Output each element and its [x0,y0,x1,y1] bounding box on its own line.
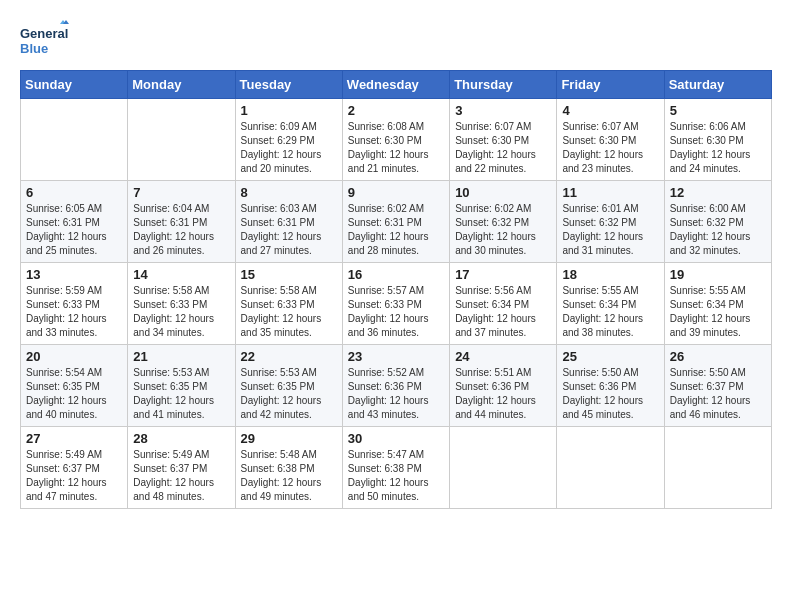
svg-text:General: General [20,26,68,41]
day-detail: Sunrise: 5:51 AM Sunset: 6:36 PM Dayligh… [455,366,551,422]
calendar-cell: 27Sunrise: 5:49 AM Sunset: 6:37 PM Dayli… [21,427,128,509]
calendar-cell: 6Sunrise: 6:05 AM Sunset: 6:31 PM Daylig… [21,181,128,263]
day-detail: Sunrise: 6:00 AM Sunset: 6:32 PM Dayligh… [670,202,766,258]
day-detail: Sunrise: 5:50 AM Sunset: 6:37 PM Dayligh… [670,366,766,422]
day-number: 27 [26,431,122,446]
calendar-cell: 10Sunrise: 6:02 AM Sunset: 6:32 PM Dayli… [450,181,557,263]
day-number: 26 [670,349,766,364]
day-detail: Sunrise: 5:49 AM Sunset: 6:37 PM Dayligh… [26,448,122,504]
day-number: 7 [133,185,229,200]
day-detail: Sunrise: 6:04 AM Sunset: 6:31 PM Dayligh… [133,202,229,258]
day-number: 22 [241,349,337,364]
day-detail: Sunrise: 5:53 AM Sunset: 6:35 PM Dayligh… [133,366,229,422]
calendar-cell [664,427,771,509]
day-detail: Sunrise: 6:06 AM Sunset: 6:30 PM Dayligh… [670,120,766,176]
day-detail: Sunrise: 5:48 AM Sunset: 6:38 PM Dayligh… [241,448,337,504]
weekday-header-monday: Monday [128,71,235,99]
day-detail: Sunrise: 6:02 AM Sunset: 6:31 PM Dayligh… [348,202,444,258]
day-number: 21 [133,349,229,364]
day-detail: Sunrise: 5:59 AM Sunset: 6:33 PM Dayligh… [26,284,122,340]
day-detail: Sunrise: 5:58 AM Sunset: 6:33 PM Dayligh… [241,284,337,340]
calendar-cell [128,99,235,181]
day-detail: Sunrise: 5:57 AM Sunset: 6:33 PM Dayligh… [348,284,444,340]
day-number: 23 [348,349,444,364]
day-detail: Sunrise: 6:03 AM Sunset: 6:31 PM Dayligh… [241,202,337,258]
calendar-cell: 23Sunrise: 5:52 AM Sunset: 6:36 PM Dayli… [342,345,449,427]
day-detail: Sunrise: 5:58 AM Sunset: 6:33 PM Dayligh… [133,284,229,340]
calendar-cell: 18Sunrise: 5:55 AM Sunset: 6:34 PM Dayli… [557,263,664,345]
day-number: 20 [26,349,122,364]
day-detail: Sunrise: 6:09 AM Sunset: 6:29 PM Dayligh… [241,120,337,176]
calendar-cell: 14Sunrise: 5:58 AM Sunset: 6:33 PM Dayli… [128,263,235,345]
calendar-week-2: 6Sunrise: 6:05 AM Sunset: 6:31 PM Daylig… [21,181,772,263]
day-detail: Sunrise: 6:07 AM Sunset: 6:30 PM Dayligh… [562,120,658,176]
weekday-header-tuesday: Tuesday [235,71,342,99]
calendar-cell [450,427,557,509]
calendar-table: SundayMondayTuesdayWednesdayThursdayFrid… [20,70,772,509]
calendar-cell: 13Sunrise: 5:59 AM Sunset: 6:33 PM Dayli… [21,263,128,345]
day-number: 14 [133,267,229,282]
weekday-header-saturday: Saturday [664,71,771,99]
day-number: 29 [241,431,337,446]
day-number: 18 [562,267,658,282]
day-number: 25 [562,349,658,364]
day-number: 1 [241,103,337,118]
day-number: 16 [348,267,444,282]
calendar-cell: 12Sunrise: 6:00 AM Sunset: 6:32 PM Dayli… [664,181,771,263]
day-number: 8 [241,185,337,200]
weekday-header-sunday: Sunday [21,71,128,99]
calendar-cell: 19Sunrise: 5:55 AM Sunset: 6:34 PM Dayli… [664,263,771,345]
day-number: 15 [241,267,337,282]
day-detail: Sunrise: 5:56 AM Sunset: 6:34 PM Dayligh… [455,284,551,340]
calendar-cell: 9Sunrise: 6:02 AM Sunset: 6:31 PM Daylig… [342,181,449,263]
day-detail: Sunrise: 6:07 AM Sunset: 6:30 PM Dayligh… [455,120,551,176]
day-number: 28 [133,431,229,446]
calendar-cell: 17Sunrise: 5:56 AM Sunset: 6:34 PM Dayli… [450,263,557,345]
calendar-cell: 7Sunrise: 6:04 AM Sunset: 6:31 PM Daylig… [128,181,235,263]
day-number: 5 [670,103,766,118]
day-detail: Sunrise: 6:01 AM Sunset: 6:32 PM Dayligh… [562,202,658,258]
day-number: 4 [562,103,658,118]
day-number: 11 [562,185,658,200]
calendar-header-row: SundayMondayTuesdayWednesdayThursdayFrid… [21,71,772,99]
calendar-cell: 22Sunrise: 5:53 AM Sunset: 6:35 PM Dayli… [235,345,342,427]
calendar-cell: 20Sunrise: 5:54 AM Sunset: 6:35 PM Dayli… [21,345,128,427]
day-detail: Sunrise: 5:52 AM Sunset: 6:36 PM Dayligh… [348,366,444,422]
calendar-cell: 11Sunrise: 6:01 AM Sunset: 6:32 PM Dayli… [557,181,664,263]
calendar-cell: 5Sunrise: 6:06 AM Sunset: 6:30 PM Daylig… [664,99,771,181]
day-number: 6 [26,185,122,200]
calendar-cell: 26Sunrise: 5:50 AM Sunset: 6:37 PM Dayli… [664,345,771,427]
logo-svg: General Blue [20,20,70,60]
day-number: 9 [348,185,444,200]
day-number: 30 [348,431,444,446]
calendar-cell: 21Sunrise: 5:53 AM Sunset: 6:35 PM Dayli… [128,345,235,427]
day-detail: Sunrise: 5:49 AM Sunset: 6:37 PM Dayligh… [133,448,229,504]
logo: General Blue [20,20,70,60]
svg-text:Blue: Blue [20,41,48,56]
day-number: 10 [455,185,551,200]
day-detail: Sunrise: 5:54 AM Sunset: 6:35 PM Dayligh… [26,366,122,422]
day-detail: Sunrise: 6:05 AM Sunset: 6:31 PM Dayligh… [26,202,122,258]
calendar-cell: 1Sunrise: 6:09 AM Sunset: 6:29 PM Daylig… [235,99,342,181]
calendar-week-3: 13Sunrise: 5:59 AM Sunset: 6:33 PM Dayli… [21,263,772,345]
day-number: 24 [455,349,551,364]
weekday-header-friday: Friday [557,71,664,99]
calendar-cell: 28Sunrise: 5:49 AM Sunset: 6:37 PM Dayli… [128,427,235,509]
calendar-cell: 25Sunrise: 5:50 AM Sunset: 6:36 PM Dayli… [557,345,664,427]
day-detail: Sunrise: 5:53 AM Sunset: 6:35 PM Dayligh… [241,366,337,422]
calendar-cell: 4Sunrise: 6:07 AM Sunset: 6:30 PM Daylig… [557,99,664,181]
day-number: 17 [455,267,551,282]
day-detail: Sunrise: 6:02 AM Sunset: 6:32 PM Dayligh… [455,202,551,258]
weekday-header-thursday: Thursday [450,71,557,99]
calendar-cell: 24Sunrise: 5:51 AM Sunset: 6:36 PM Dayli… [450,345,557,427]
calendar-cell: 8Sunrise: 6:03 AM Sunset: 6:31 PM Daylig… [235,181,342,263]
calendar-week-5: 27Sunrise: 5:49 AM Sunset: 6:37 PM Dayli… [21,427,772,509]
day-number: 3 [455,103,551,118]
day-number: 19 [670,267,766,282]
calendar-cell: 2Sunrise: 6:08 AM Sunset: 6:30 PM Daylig… [342,99,449,181]
day-detail: Sunrise: 5:50 AM Sunset: 6:36 PM Dayligh… [562,366,658,422]
day-number: 13 [26,267,122,282]
day-detail: Sunrise: 5:47 AM Sunset: 6:38 PM Dayligh… [348,448,444,504]
calendar-week-1: 1Sunrise: 6:09 AM Sunset: 6:29 PM Daylig… [21,99,772,181]
day-number: 12 [670,185,766,200]
